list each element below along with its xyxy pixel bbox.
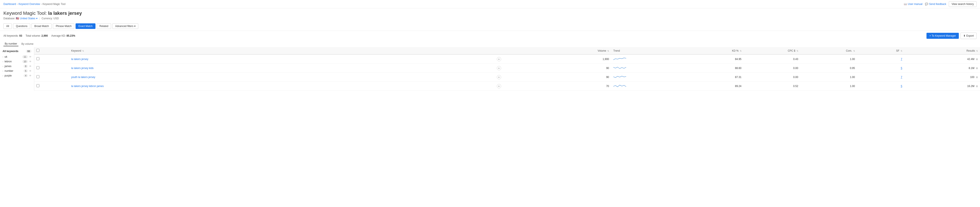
sidebar-item-purple[interactable]: › purple 4 👁 [0, 73, 34, 78]
trend-sparkline [613, 84, 626, 88]
sort-icon: ⇅ [797, 50, 798, 52]
sidebar: All keywords 93 › uk 11 👁 › lebron 10 👁 [0, 47, 34, 91]
col-header-cpc[interactable]: CPC $ ⇅ [744, 47, 800, 54]
database-selector[interactable]: 🇺🇸 United States ▾ [16, 17, 37, 20]
view-search-history-button[interactable]: View search history [949, 1, 977, 7]
chevron-icon: › [3, 70, 3, 72]
row-checkbox[interactable] [37, 75, 40, 78]
add-to-list-button[interactable]: + [497, 57, 501, 61]
tab-all[interactable]: All [3, 23, 12, 29]
breadcrumb: Dashboard › Keyword Overview › Keyword M… [3, 3, 65, 6]
keyword-link[interactable]: la lakers jersey kids [71, 67, 94, 70]
table-row: la lakers jersey lebron james + 70 89.24… [34, 82, 980, 91]
volume-cell: 70 [536, 82, 611, 91]
sort-icon: ⇅ [82, 50, 84, 52]
results-cell: 42.4M ⊞ [904, 54, 980, 64]
sf-link[interactable]: 5 [901, 84, 902, 88]
sf-link[interactable]: 7 [901, 57, 902, 61]
user-manual-link[interactable]: 📖 User manual [904, 3, 923, 6]
cpc-cell: 0.00 [744, 73, 800, 82]
sidebar-item-number[interactable]: › number 5 👁 [0, 68, 34, 73]
sidebar-header: All keywords 93 [0, 49, 34, 54]
table-row: youth la lakers jersey + 90 87.31 0.00 1… [34, 73, 980, 82]
com-cell: 1.00 [800, 54, 857, 64]
table-area: Keyword ⇅ Volume ⇅ Trend KD % ⇅ CPC $ ⇅ … [34, 47, 980, 91]
chevron-icon: › [3, 75, 3, 77]
send-feedback-button[interactable]: 💬 Send feedback [925, 3, 946, 6]
add-to-list-button[interactable]: + [497, 75, 501, 79]
book-icon: 📖 [904, 3, 907, 6]
col-header-sf[interactable]: SF ⇅ [857, 47, 904, 54]
advanced-filters-button[interactable]: Advanced filters ▾ [112, 23, 138, 29]
volume-cell: 1,900 [536, 54, 611, 64]
tab-broad-match[interactable]: Broad Match [32, 23, 52, 29]
breadcrumb-dashboard[interactable]: Dashboard [3, 3, 16, 6]
table-row: la lakers jersey + 1,900 84.95 0.43 1.00… [34, 54, 980, 64]
volume-cell: 90 [536, 73, 611, 82]
upload-icon: ⬆ [963, 34, 966, 37]
chevron-icon: › [3, 56, 3, 58]
sf-link[interactable]: 7 [901, 76, 902, 79]
eye-icon: 👁 [29, 60, 32, 63]
kd-cell: 88.60 [677, 64, 743, 73]
col-header-keyword: Keyword ⇅ [69, 47, 495, 54]
sort-icon: ⇅ [900, 50, 902, 52]
keywords-table: Keyword ⇅ Volume ⇅ Trend KD % ⇅ CPC $ ⇅ … [34, 47, 980, 91]
trend-cell [611, 73, 677, 82]
select-all-checkbox[interactable] [37, 49, 40, 52]
keyword-link[interactable]: youth la lakers jersey [71, 76, 95, 79]
trend-cell [611, 54, 677, 64]
chevron-icon: › [3, 61, 3, 63]
export-button[interactable]: ⬆ Export [961, 33, 977, 39]
chevron-down-icon: ▾ [134, 25, 135, 28]
content-actions: + To Keyword Manager ⬆ Export [926, 33, 977, 39]
content-stats: All keywords: 93 Total volume: 2,990 Ave… [3, 34, 75, 37]
keyword-link[interactable]: la lakers jersey [71, 57, 88, 61]
add-to-list-button[interactable]: + [497, 66, 501, 70]
view-toggle: By number By volume [0, 41, 980, 47]
results-icon: ⊞ [976, 76, 978, 78]
page-title: Keyword Magic Tool: la lakers jersey [3, 11, 977, 16]
tab-exact-match[interactable]: Exact Match [76, 23, 95, 29]
trend-sparkline [613, 75, 626, 79]
trend-cell [611, 82, 677, 91]
eye-icon: 👁 [29, 74, 32, 77]
breadcrumb-keyword-overview[interactable]: Keyword Overview [19, 3, 40, 6]
sort-icon: ⇅ [607, 50, 609, 52]
volume-cell: 90 [536, 64, 611, 73]
eye-icon: 👁 [29, 70, 32, 72]
results-icon: ⊞ [976, 85, 978, 88]
col-header-volume[interactable]: Volume ⇅ [536, 47, 611, 54]
sort-icon: ⇅ [740, 50, 741, 52]
row-checkbox[interactable] [37, 84, 40, 87]
sidebar-item-uk[interactable]: › uk 11 👁 [0, 54, 34, 59]
add-to-list-button[interactable]: + [497, 84, 501, 88]
kd-cell: 89.24 [677, 82, 743, 91]
sf-link[interactable]: 5 [901, 67, 902, 70]
col-header-kd[interactable]: KD % ⇅ [677, 47, 743, 54]
view-by-volume-button[interactable]: By volume [20, 42, 35, 46]
eye-icon: 👁 [29, 65, 32, 67]
col-header-com[interactable]: Com. ⇅ [800, 47, 857, 54]
breadcrumb-current: Keyword Magic Tool [43, 3, 65, 6]
sidebar-item-james[interactable]: › james 8 👁 [0, 64, 34, 68]
row-checkbox[interactable] [37, 66, 40, 69]
com-cell: 0.95 [800, 64, 857, 73]
eye-icon: 👁 [29, 56, 32, 58]
com-cell: 1.00 [800, 73, 857, 82]
tab-phrase-match[interactable]: Phrase Match [53, 23, 74, 29]
to-keyword-manager-button[interactable]: + To Keyword Manager [926, 33, 959, 39]
tab-related[interactable]: Related [97, 23, 111, 29]
tab-questions[interactable]: Questions [13, 23, 30, 29]
row-checkbox[interactable] [37, 57, 40, 60]
results-icon: ⊞ [976, 58, 978, 61]
layout: All keywords 93 › uk 11 👁 › lebron 10 👁 [0, 47, 980, 91]
main-header: Keyword Magic Tool: la lakers jersey Dat… [0, 8, 980, 22]
col-header-trend: Trend [611, 47, 677, 54]
sidebar-item-lebron[interactable]: › lebron 10 👁 [0, 59, 34, 64]
view-by-number-button[interactable]: By number [3, 41, 18, 46]
kd-cell: 84.95 [677, 54, 743, 64]
col-header-results[interactable]: Results ⇅ [904, 47, 980, 54]
page-subtitle: Database: 🇺🇸 United States ▾ | Currency:… [3, 17, 977, 20]
keyword-link[interactable]: la lakers jersey lebron james [71, 84, 103, 88]
